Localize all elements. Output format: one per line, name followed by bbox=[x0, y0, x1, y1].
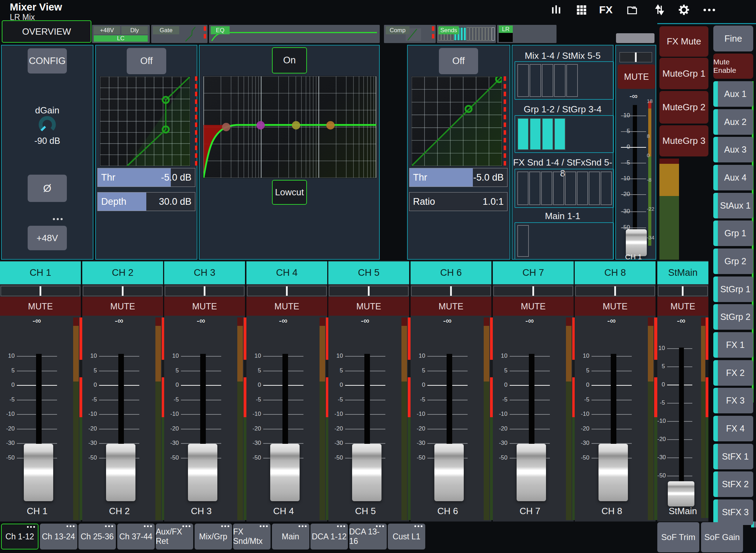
gate-graph[interactable] bbox=[100, 76, 190, 166]
fader-handle[interactable] bbox=[188, 444, 217, 501]
pan-slider[interactable] bbox=[247, 286, 327, 296]
layer-tab[interactable]: FX Snd/Mtx bbox=[233, 524, 271, 550]
grid-icon[interactable] bbox=[573, 2, 589, 18]
fader-handle[interactable] bbox=[270, 444, 300, 501]
eq-band1-handle[interactable] bbox=[222, 123, 230, 131]
preview-dly-button[interactable]: Dly bbox=[121, 26, 148, 34]
fader-handle[interactable] bbox=[598, 444, 628, 501]
pan-slider[interactable] bbox=[620, 52, 652, 62]
channel-select[interactable]: CH 2 bbox=[82, 261, 163, 284]
fader-handle[interactable] bbox=[434, 444, 464, 501]
comp-threshold-slider[interactable]: Thr -5.0 dB bbox=[409, 168, 507, 187]
bus-select-button[interactable]: StAux 1 bbox=[713, 193, 753, 218]
eq-graph[interactable] bbox=[203, 76, 377, 178]
fader-handle[interactable] bbox=[626, 229, 647, 256]
tab-options-icon[interactable] bbox=[105, 525, 113, 527]
comp-preview[interactable]: Comp bbox=[384, 25, 436, 43]
mute-group-button[interactable]: FX Mute bbox=[659, 26, 708, 57]
pan-slider[interactable] bbox=[1, 286, 80, 296]
fader-handle[interactable] bbox=[517, 444, 546, 501]
channel-select[interactable]: CH 1 bbox=[0, 261, 81, 284]
channel-select[interactable]: CH 4 bbox=[246, 261, 327, 284]
config-button[interactable]: CONFIG bbox=[28, 48, 67, 74]
phantom-button[interactable]: +48V bbox=[28, 226, 67, 250]
more-icon[interactable] bbox=[701, 2, 717, 18]
bus-select-button[interactable]: Aux 4 bbox=[713, 165, 753, 190]
tab-options-icon[interactable] bbox=[27, 526, 35, 528]
send-group-meter[interactable] bbox=[514, 222, 614, 260]
pan-slider[interactable] bbox=[83, 286, 162, 296]
tab-options-icon[interactable] bbox=[182, 525, 190, 527]
layer-tab[interactable]: Cust L1 bbox=[388, 524, 425, 550]
settings-icon[interactable] bbox=[676, 2, 692, 18]
lowcut-button[interactable]: Lowcut bbox=[272, 180, 307, 205]
sof-button[interactable]: SoF Gain bbox=[701, 522, 743, 552]
fader-handle[interactable] bbox=[352, 444, 382, 501]
channel-select[interactable]: CH 7 bbox=[493, 261, 574, 284]
tab-options-icon[interactable] bbox=[221, 525, 229, 527]
bus-select-button[interactable]: Grp 1 bbox=[713, 220, 753, 246]
meters-icon[interactable] bbox=[548, 2, 564, 18]
comp-ratio-slider[interactable]: Ratio 1.0:1 bbox=[409, 192, 507, 211]
pan-slider[interactable] bbox=[575, 286, 655, 296]
comp-state-button[interactable]: Off bbox=[439, 48, 478, 74]
eq-band3-handle[interactable] bbox=[292, 121, 300, 130]
mute-button[interactable]: MUTE bbox=[0, 297, 81, 316]
pan-slider[interactable] bbox=[658, 286, 708, 296]
layer-tab[interactable]: Ch 1-12 bbox=[1, 524, 38, 550]
send-group-meter[interactable] bbox=[514, 61, 614, 100]
layer-tab[interactable]: Ch 25-36 bbox=[78, 524, 116, 550]
gate-threshold-slider[interactable]: Thr -5.0 dB bbox=[97, 168, 195, 187]
tab-options-icon[interactable] bbox=[414, 525, 422, 527]
mute-button[interactable]: MUTE bbox=[618, 64, 655, 89]
tab-options-icon[interactable] bbox=[337, 525, 345, 527]
mute-button[interactable]: MUTE bbox=[328, 297, 409, 316]
layer-tab[interactable]: DCA 13-16 bbox=[349, 524, 387, 550]
phase-button[interactable]: Ø bbox=[28, 175, 67, 202]
overview-button[interactable]: OVERVIEW bbox=[2, 20, 91, 43]
eq-band4-handle[interactable] bbox=[326, 121, 335, 130]
preview-lc-button[interactable]: LC bbox=[94, 35, 148, 42]
preview-48v-button[interactable]: +48V bbox=[94, 26, 120, 34]
comp-graph[interactable] bbox=[411, 76, 502, 166]
layer-tab[interactable]: DCA 1-12 bbox=[310, 524, 348, 550]
fine-button[interactable]: Fine bbox=[713, 26, 753, 51]
tab-options-icon[interactable] bbox=[299, 525, 307, 527]
sends-preview[interactable]: Sends bbox=[437, 25, 496, 43]
mute-button[interactable]: MUTE bbox=[657, 297, 708, 316]
tab-options-icon[interactable] bbox=[66, 525, 75, 527]
mute-button[interactable]: MUTE bbox=[164, 297, 245, 316]
mute-button[interactable]: MUTE bbox=[493, 297, 574, 316]
channel-select[interactable]: CH 5 bbox=[328, 261, 409, 284]
strip-preview-button[interactable] bbox=[616, 33, 654, 43]
channel-select[interactable]: CH 3 bbox=[164, 261, 245, 284]
folder-icon[interactable] bbox=[624, 2, 640, 18]
bus-select-button[interactable]: Aux 2 bbox=[713, 109, 753, 135]
mute-button[interactable]: MUTE bbox=[411, 297, 491, 316]
layer-tab[interactable]: Ch 37-44 bbox=[117, 524, 155, 550]
eq-preview[interactable]: EQ bbox=[209, 25, 380, 43]
send-group-meter[interactable] bbox=[514, 169, 614, 208]
gate-depth-slider[interactable]: Depth 30.0 dB bbox=[97, 192, 195, 211]
layer-tab[interactable]: Aux/FX Ret bbox=[156, 524, 193, 550]
pan-slider[interactable] bbox=[493, 286, 573, 296]
fader-handle[interactable] bbox=[24, 444, 53, 501]
bus-select-button[interactable]: Aux 1 bbox=[713, 81, 753, 107]
fader-handle[interactable] bbox=[668, 481, 694, 506]
config-preview[interactable]: +48V Dly LC bbox=[92, 25, 150, 43]
pan-slider[interactable] bbox=[165, 286, 244, 296]
channel-select[interactable]: CH 8 bbox=[575, 261, 656, 284]
mute-group-button[interactable]: MuteGrp 1 bbox=[659, 58, 708, 89]
channel-select[interactable]: CH 6 bbox=[411, 261, 491, 284]
tab-options-icon[interactable] bbox=[376, 525, 384, 527]
mute-enable-button[interactable]: Mute Enable bbox=[713, 54, 753, 79]
channel-select[interactable]: StMain bbox=[657, 261, 708, 284]
layer-tab[interactable]: Ch 13-24 bbox=[40, 524, 77, 550]
mute-group-button[interactable]: MuteGrp 3 bbox=[659, 125, 708, 156]
gate-state-button[interactable]: Off bbox=[127, 48, 166, 74]
lr-preview[interactable]: LR bbox=[497, 25, 556, 43]
pan-slider[interactable] bbox=[411, 286, 491, 296]
layer-tab[interactable]: Mix/Grp bbox=[195, 524, 232, 550]
fader-handle[interactable] bbox=[106, 444, 135, 501]
sort-icon[interactable] bbox=[651, 2, 667, 18]
